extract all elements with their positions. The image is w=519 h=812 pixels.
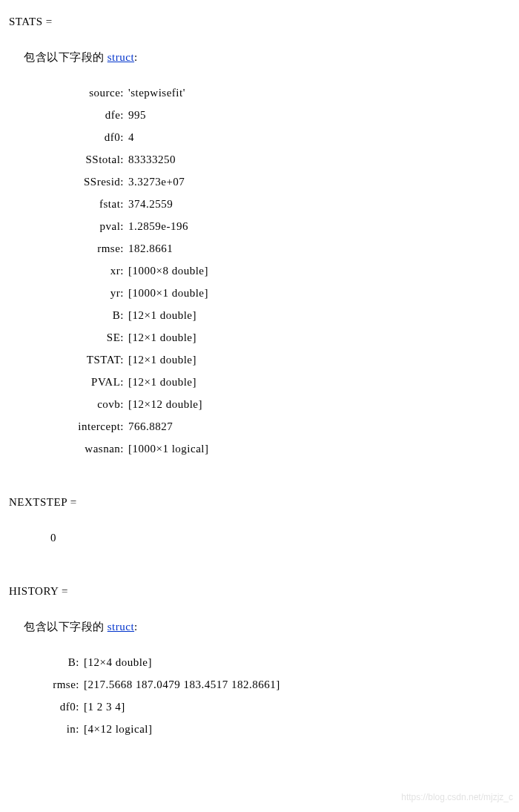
field-value: [12×12 double] [124, 393, 202, 415]
field-row: df0:4 [9, 126, 510, 148]
field-key: yr: [9, 282, 124, 304]
field-value: [1000×1 logical] [124, 438, 209, 460]
field-value: [12×1 double] [124, 349, 196, 371]
field-row: wasnan:[1000×1 logical] [9, 438, 510, 460]
struct-link[interactable]: struct [108, 51, 134, 63]
field-row: df0:[1 2 3 4] [9, 696, 510, 718]
field-row: intercept:766.8827 [9, 415, 510, 438]
history-header: HISTORY = [9, 580, 510, 602]
field-row: rmse:182.8661 [9, 237, 510, 260]
field-row: pval:1.2859e-196 [9, 215, 510, 237]
field-key: fstat: [9, 193, 124, 215]
field-value: [1 2 3 4] [79, 696, 125, 718]
struct-link[interactable]: struct [108, 621, 134, 633]
field-key: wasnan: [9, 438, 124, 460]
stats-struct-description: 包含以下字段的 struct: [24, 46, 510, 68]
document-page: STATS = 包含以下字段的 struct: source:'stepwise… [0, 0, 519, 812]
field-value: [12×1 double] [124, 371, 196, 393]
field-value: [217.5668 187.0479 183.4517 182.8661] [79, 673, 280, 696]
field-key: B: [9, 651, 79, 673]
history-desc-suffix: : [134, 621, 138, 633]
field-row: rmse:[217.5668 187.0479 183.4517 182.866… [9, 673, 510, 696]
field-key: xr: [9, 260, 124, 282]
field-key: PVAL: [9, 371, 124, 393]
field-key: df0: [9, 126, 124, 148]
field-row: fstat:374.2559 [9, 193, 510, 215]
field-value: 3.3273e+07 [124, 171, 185, 193]
field-row: in:[4×12 logical] [9, 718, 510, 740]
field-row: source:'stepwisefit' [9, 82, 510, 104]
field-key: dfe: [9, 104, 124, 126]
field-row: SStotal:83333250 [9, 148, 510, 171]
field-key: intercept: [9, 415, 124, 438]
history-struct-description: 包含以下字段的 struct: [24, 615, 510, 638]
field-value: 182.8661 [124, 237, 173, 260]
watermark: https://blog.csdn.net/mjzjz_c [401, 788, 513, 806]
stats-header: STATS = [9, 10, 510, 33]
history-fields: B:[12×4 double]rmse:[217.5668 187.0479 1… [9, 651, 510, 740]
field-key: source: [9, 82, 124, 104]
field-value: 'stepwisefit' [124, 82, 185, 104]
field-value: [4×12 logical] [79, 718, 153, 740]
field-key: TSTAT: [9, 349, 124, 371]
field-value: 1.2859e-196 [124, 215, 188, 237]
field-key: rmse: [9, 673, 79, 696]
field-value: [1000×8 double] [124, 260, 208, 282]
field-key: SE: [9, 326, 124, 349]
field-value: [1000×1 double] [124, 282, 208, 304]
field-row: xr:[1000×8 double] [9, 260, 510, 282]
field-value: 766.8827 [124, 415, 173, 438]
field-key: B: [9, 304, 124, 326]
field-row: B:[12×4 double] [9, 651, 510, 673]
stats-desc-suffix: : [134, 51, 138, 63]
history-desc-prefix: 包含以下字段的 [24, 621, 108, 633]
field-row: PVAL:[12×1 double] [9, 371, 510, 393]
field-value: 374.2559 [124, 193, 173, 215]
field-key: df0: [9, 696, 79, 718]
field-key: in: [9, 718, 79, 740]
field-row: TSTAT:[12×1 double] [9, 349, 510, 371]
nextstep-value: 0 [50, 527, 510, 549]
field-value: [12×1 double] [124, 304, 196, 326]
field-key: covb: [9, 393, 124, 415]
field-row: SE:[12×1 double] [9, 326, 510, 349]
field-key: SStotal: [9, 148, 124, 171]
stats-desc-prefix: 包含以下字段的 [24, 51, 108, 63]
field-key: SSresid: [9, 171, 124, 193]
field-row: SSresid:3.3273e+07 [9, 171, 510, 193]
field-value: 83333250 [124, 148, 176, 171]
field-row: covb:[12×12 double] [9, 393, 510, 415]
field-value: [12×4 double] [79, 651, 152, 673]
field-key: pval: [9, 215, 124, 237]
field-value: 995 [124, 104, 146, 126]
stats-fields: source:'stepwisefit'dfe:995df0:4SStotal:… [9, 82, 510, 460]
field-key: rmse: [9, 237, 124, 260]
field-value: [12×1 double] [124, 326, 196, 349]
field-row: yr:[1000×1 double] [9, 282, 510, 304]
nextstep-header: NEXTSTEP = [9, 491, 510, 513]
field-value: 4 [124, 126, 134, 148]
field-row: dfe:995 [9, 104, 510, 126]
field-row: B:[12×1 double] [9, 304, 510, 326]
